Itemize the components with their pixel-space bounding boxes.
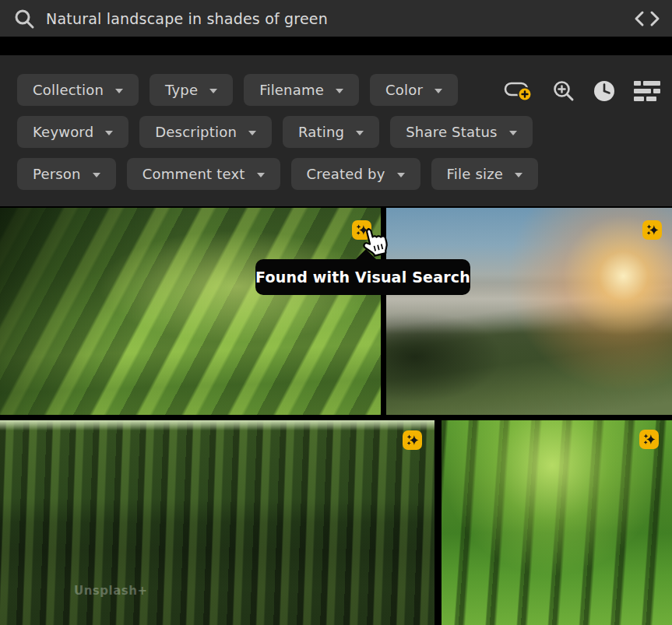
sparkles-icon [354,223,369,237]
filter-label: Rating [298,124,344,140]
add-saved-search-button[interactable] [503,79,534,103]
search-input[interactable] [46,10,633,27]
filter-label: Person [33,166,81,182]
chevron-down-icon [336,89,343,93]
filter-label: Collection [33,82,104,98]
filter-collection-button[interactable]: Collection [17,74,139,106]
watermark: Unsplash+ [74,584,147,598]
visual-search-badge[interactable] [642,220,662,240]
filter-created-by-button[interactable]: Created by [291,158,420,190]
chevron-right-icon [649,10,661,27]
chevron-down-icon [209,89,217,93]
filter-label: Comment text [142,166,245,182]
chevron-down-icon [257,173,265,177]
filter-comment-text-button[interactable]: Comment text [127,158,280,190]
filter-button-rows: Collection Type Filename Color Keyword [17,74,538,190]
chevron-down-icon [105,131,113,135]
filter-share-status-button[interactable]: Share Status [390,116,532,148]
zoom-in-icon [552,79,575,103]
chevron-down-icon [509,131,517,135]
filter-description-button[interactable]: Description [139,116,272,148]
expand-search-toggle[interactable] [633,10,661,27]
chevron-down-icon [356,131,364,135]
filter-label: Share Status [406,124,497,140]
filter-row-2: Keyword Description Rating Share Status [17,116,538,148]
chevron-down-icon [515,173,522,177]
filter-label: Filename [259,82,324,98]
visual-search-badge[interactable] [403,430,422,450]
add-saved-search-icon [503,79,534,103]
filter-filename-button[interactable]: Filename [244,74,359,106]
sparkles-icon [642,432,656,447]
chevron-left-icon [633,10,646,27]
chevron-down-icon [93,173,100,177]
photo-thumbnail-sunset-cliffs[interactable] [386,208,672,415]
mosaic-view-button[interactable] [634,80,660,102]
filter-label: Type [165,82,198,98]
filter-type-button[interactable]: Type [150,74,233,106]
photo-thumbnail-green-forest[interactable] [442,420,672,625]
tooltip-text: Found with Visual Search [255,269,470,286]
filter-file-size-button[interactable]: File size [431,158,539,190]
filter-color-button[interactable]: Color [370,74,458,106]
filter-label: Description [155,124,237,140]
chevron-down-icon [248,131,256,135]
mosaic-layout-icon [634,80,660,102]
zoom-in-button[interactable] [552,79,575,103]
filter-keyword-button[interactable]: Keyword [17,116,128,148]
sparkles-icon [405,433,420,448]
chevron-down-icon [435,89,442,93]
filter-row-1: Collection Type Filename Color [17,74,538,106]
photo-thumbnail-swamp-forest[interactable]: Unsplash+ [0,420,435,625]
history-icon [593,79,616,103]
filter-row-3: Person Comment text Created by File size [17,158,538,190]
tooltip-arrow [355,249,377,260]
filter-person-button[interactable]: Person [17,158,116,190]
filter-label: File size [447,166,504,182]
photo-library-app: { "search_bar": { "query": "Natural land… [0,0,672,625]
history-button[interactable] [593,79,616,103]
photo-thumbnail-green-hills[interactable] [0,208,381,415]
chevron-down-icon [115,89,123,93]
search-icon [13,8,35,30]
tooltip: Found with Visual Search [255,259,470,295]
visual-search-badge[interactable] [639,430,659,449]
search-bar [0,0,672,37]
filter-label: Created by [307,166,385,182]
sparkles-icon [645,223,660,237]
chevron-down-icon [397,173,405,177]
filter-icon-toolbar [503,75,660,107]
filter-label: Color [385,82,423,98]
filter-panel: Collection Type Filename Color Keyword [0,55,672,206]
filter-rating-button[interactable]: Rating [283,116,379,148]
filter-label: Keyword [33,124,93,140]
visual-search-badge[interactable] [352,220,371,240]
